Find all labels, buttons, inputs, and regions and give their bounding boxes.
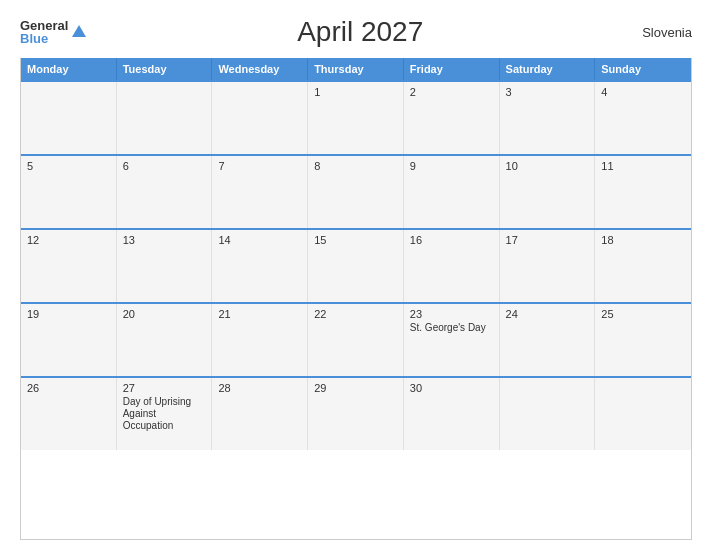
header-cell-thursday: Thursday (308, 58, 404, 80)
calendar-cell (595, 378, 691, 450)
calendar-cell: 27Day of Uprising Against Occupation (117, 378, 213, 450)
header-cell-wednesday: Wednesday (212, 58, 308, 80)
calendar-cell: 14 (212, 230, 308, 302)
logo-blue-text: Blue (20, 32, 68, 45)
calendar-cell: 20 (117, 304, 213, 376)
week-row-2: 567891011 (21, 154, 691, 228)
calendar-cell (212, 82, 308, 154)
page-header: General Blue April 2027 Slovenia (20, 16, 692, 48)
day-number: 14 (218, 234, 301, 246)
day-number: 17 (506, 234, 589, 246)
calendar-cell: 5 (21, 156, 117, 228)
country-label: Slovenia (632, 25, 692, 40)
day-number: 25 (601, 308, 685, 320)
day-number: 18 (601, 234, 685, 246)
calendar-cell: 8 (308, 156, 404, 228)
calendar-cell: 29 (308, 378, 404, 450)
header-cell-sunday: Sunday (595, 58, 691, 80)
calendar-cell: 10 (500, 156, 596, 228)
calendar-cell: 7 (212, 156, 308, 228)
day-number: 23 (410, 308, 493, 320)
calendar-cell: 30 (404, 378, 500, 450)
day-number: 15 (314, 234, 397, 246)
calendar-cell: 12 (21, 230, 117, 302)
week-row-5: 2627Day of Uprising Against Occupation28… (21, 376, 691, 450)
holiday-name: Day of Uprising Against Occupation (123, 396, 206, 432)
logo: General Blue (20, 19, 88, 45)
calendar-cell: 26 (21, 378, 117, 450)
week-row-1: 1234 (21, 80, 691, 154)
day-number: 11 (601, 160, 685, 172)
day-number: 8 (314, 160, 397, 172)
day-number: 28 (218, 382, 301, 394)
calendar-cell: 15 (308, 230, 404, 302)
calendar-page: General Blue April 2027 Slovenia MondayT… (0, 0, 712, 550)
header-cell-saturday: Saturday (500, 58, 596, 80)
day-number: 4 (601, 86, 685, 98)
week-row-3: 12131415161718 (21, 228, 691, 302)
header-cell-friday: Friday (404, 58, 500, 80)
day-number: 20 (123, 308, 206, 320)
calendar-cell: 1 (308, 82, 404, 154)
calendar-cell: 11 (595, 156, 691, 228)
day-number: 30 (410, 382, 493, 394)
calendar-cell: 16 (404, 230, 500, 302)
day-number: 27 (123, 382, 206, 394)
calendar-cell: 21 (212, 304, 308, 376)
day-number: 1 (314, 86, 397, 98)
calendar-cell: 23St. George's Day (404, 304, 500, 376)
calendar: MondayTuesdayWednesdayThursdayFridaySatu… (20, 58, 692, 540)
page-title: April 2027 (88, 16, 632, 48)
day-number: 21 (218, 308, 301, 320)
header-cell-tuesday: Tuesday (117, 58, 213, 80)
calendar-cell: 6 (117, 156, 213, 228)
day-number: 5 (27, 160, 110, 172)
calendar-cell: 2 (404, 82, 500, 154)
day-number: 6 (123, 160, 206, 172)
calendar-cell: 17 (500, 230, 596, 302)
calendar-cell: 4 (595, 82, 691, 154)
calendar-cell (21, 82, 117, 154)
day-number: 2 (410, 86, 493, 98)
calendar-body: 1234567891011121314151617181920212223St.… (21, 80, 691, 450)
header-cell-monday: Monday (21, 58, 117, 80)
calendar-cell: 3 (500, 82, 596, 154)
day-number: 12 (27, 234, 110, 246)
calendar-cell: 19 (21, 304, 117, 376)
calendar-cell (500, 378, 596, 450)
day-number: 29 (314, 382, 397, 394)
day-number: 19 (27, 308, 110, 320)
calendar-cell: 25 (595, 304, 691, 376)
logo-icon (70, 23, 88, 41)
holiday-name: St. George's Day (410, 322, 493, 334)
day-number: 26 (27, 382, 110, 394)
day-number: 13 (123, 234, 206, 246)
day-number: 7 (218, 160, 301, 172)
day-number: 24 (506, 308, 589, 320)
day-number: 22 (314, 308, 397, 320)
calendar-header: MondayTuesdayWednesdayThursdayFridaySatu… (21, 58, 691, 80)
svg-marker-0 (72, 25, 86, 37)
week-row-4: 1920212223St. George's Day2425 (21, 302, 691, 376)
calendar-cell: 22 (308, 304, 404, 376)
calendar-cell: 13 (117, 230, 213, 302)
calendar-cell: 24 (500, 304, 596, 376)
day-number: 16 (410, 234, 493, 246)
day-number: 3 (506, 86, 589, 98)
calendar-cell: 28 (212, 378, 308, 450)
day-number: 9 (410, 160, 493, 172)
day-number: 10 (506, 160, 589, 172)
calendar-cell: 18 (595, 230, 691, 302)
calendar-cell: 9 (404, 156, 500, 228)
calendar-cell (117, 82, 213, 154)
